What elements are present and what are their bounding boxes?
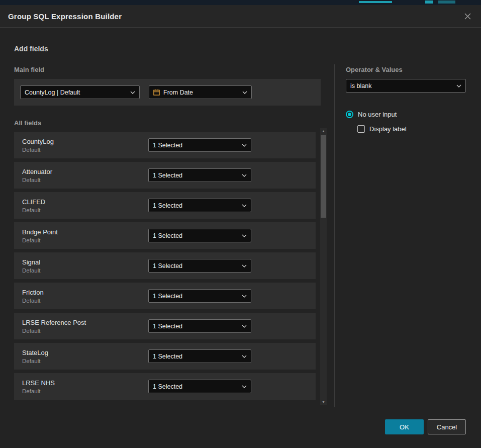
page: Group SQL Expression Builder Add fields … xyxy=(0,0,481,448)
background-app-fragment xyxy=(359,1,392,3)
chevron-down-icon xyxy=(242,174,247,177)
field-selection-dropdown[interactable]: 1 Selected xyxy=(148,229,251,242)
field-selection-dropdown[interactable]: 1 Selected xyxy=(148,138,251,152)
field-row: LRSE Reference Post Default 1 Selected xyxy=(14,313,316,339)
field-selection-value: 1 Selected xyxy=(153,202,238,209)
fields-scrollbar[interactable]: ▲ ▼ xyxy=(320,128,327,405)
field-row: StateLog Default 1 Selected xyxy=(14,343,316,370)
ok-button[interactable]: OK xyxy=(385,419,424,434)
cancel-button[interactable]: Cancel xyxy=(428,419,466,434)
field-selection-value: 1 Selected xyxy=(153,293,238,300)
chevron-down-icon xyxy=(456,84,461,87)
field-selection-value: 1 Selected xyxy=(153,353,238,360)
display-label-text: Display label xyxy=(369,125,407,133)
main-field-label: Main field xyxy=(14,66,44,73)
field-selection-dropdown[interactable]: 1 Selected xyxy=(148,199,251,212)
chevron-down-icon xyxy=(242,91,247,94)
close-button[interactable] xyxy=(462,11,473,22)
chevron-down-icon xyxy=(242,234,247,237)
field-selection-value: 1 Selected xyxy=(153,142,238,149)
chevron-down-icon xyxy=(242,204,247,207)
field-row: Bridge Point Default 1 Selected xyxy=(14,222,316,249)
main-field-source-value: CountyLog | Default xyxy=(25,89,127,96)
main-field-date-value: From Date xyxy=(163,89,239,96)
field-selection-value: 1 Selected xyxy=(153,262,238,270)
checkbox-unchecked-icon xyxy=(357,125,365,133)
field-selection-dropdown[interactable]: 1 Selected xyxy=(148,349,251,363)
sql-expression-builder-dialog: Group SQL Expression Builder Add fields … xyxy=(0,5,481,448)
operator-values-label: Operator & Values xyxy=(346,66,403,73)
chevron-down-icon xyxy=(242,355,247,358)
scrollbar-thumb[interactable] xyxy=(321,135,326,218)
chevron-down-icon xyxy=(130,91,135,94)
field-row: Signal Default 1 Selected xyxy=(14,252,316,279)
main-field-source-dropdown[interactable]: CountyLog | Default xyxy=(20,85,140,99)
field-selection-dropdown[interactable]: 1 Selected xyxy=(148,380,251,393)
chevron-down-icon xyxy=(242,385,247,388)
no-user-input-radio[interactable]: No user input xyxy=(346,111,397,118)
all-fields-label: All fields xyxy=(14,119,41,127)
column-divider xyxy=(334,64,335,407)
field-row: Friction Default 1 Selected xyxy=(14,283,316,309)
scroll-up-icon[interactable]: ▲ xyxy=(320,128,327,134)
no-user-input-label: No user input xyxy=(358,111,397,118)
chevron-down-icon xyxy=(242,295,247,298)
background-app-fragment xyxy=(438,1,455,4)
chevron-down-icon xyxy=(242,325,247,328)
field-row: LRSE NHS Default 1 Selected xyxy=(14,373,316,400)
scroll-down-icon[interactable]: ▼ xyxy=(320,399,327,405)
field-selection-value: 1 Selected xyxy=(153,323,238,330)
field-row: Attenuator Default 1 Selected xyxy=(14,162,316,189)
field-selection-dropdown[interactable]: 1 Selected xyxy=(148,319,251,333)
background-app-fragment xyxy=(425,1,433,4)
calendar-icon xyxy=(153,89,160,96)
field-selection-value: 1 Selected xyxy=(153,232,238,239)
dialog-header: Group SQL Expression Builder xyxy=(0,5,481,28)
all-fields-list: CountyLog Default 1 Selected Attenuator … xyxy=(14,132,316,400)
display-label-checkbox[interactable]: Display label xyxy=(357,125,407,133)
field-selection-dropdown[interactable]: 1 Selected xyxy=(148,168,251,182)
dialog-title: Group SQL Expression Builder xyxy=(8,12,122,21)
main-field-panel: CountyLog | Default From Date xyxy=(14,79,321,106)
field-selection-value: 1 Selected xyxy=(153,172,238,179)
operator-dropdown[interactable]: is blank xyxy=(346,79,466,93)
radio-selected-icon xyxy=(346,111,353,118)
field-selection-dropdown[interactable]: 1 Selected xyxy=(148,259,251,273)
chevron-down-icon xyxy=(242,264,247,267)
field-selection-dropdown[interactable]: 1 Selected xyxy=(148,289,251,303)
add-fields-heading: Add fields xyxy=(14,45,48,53)
close-icon xyxy=(464,13,471,20)
field-row: CLIFED Default 1 Selected xyxy=(14,192,316,219)
main-field-date-dropdown[interactable]: From Date xyxy=(149,85,252,99)
operator-value: is blank xyxy=(350,82,453,89)
chevron-down-icon xyxy=(242,144,247,147)
field-selection-value: 1 Selected xyxy=(153,383,238,390)
field-row: CountyLog Default 1 Selected xyxy=(14,132,316,158)
